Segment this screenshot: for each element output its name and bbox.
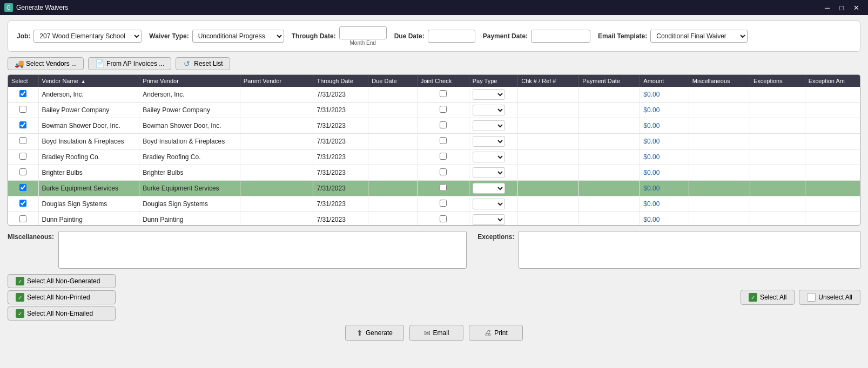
col-amount[interactable]: Amount (640, 75, 689, 87)
miscellaneous-textarea[interactable] (58, 231, 467, 269)
joint-check-cell[interactable] (417, 212, 469, 226)
email-button[interactable]: ✉ Email (409, 325, 463, 341)
row-checkbox[interactable] (19, 121, 26, 128)
col-parent-vendor[interactable]: Parent Vendor (240, 75, 313, 87)
unselect-all-button[interactable]: Unselect All (799, 290, 860, 305)
pay-type-cell[interactable] (469, 212, 517, 226)
col-payment-date[interactable]: Payment Date (579, 75, 640, 87)
joint-check-checkbox[interactable] (440, 215, 447, 222)
prime-vendor-cell: Brighter Bulbs (139, 165, 240, 181)
joint-check-cell[interactable] (417, 196, 469, 212)
exception-am-cell (805, 149, 860, 165)
reset-icon: ↺ (183, 60, 191, 67)
joint-check-checkbox[interactable] (440, 137, 447, 144)
pay-type-select[interactable] (473, 214, 505, 225)
amount-cell: $0.00 (640, 87, 689, 103)
col-miscellaneous[interactable]: Miscellaneous (689, 75, 750, 87)
col-due-date[interactable]: Due Date (368, 75, 417, 87)
joint-check-checkbox[interactable] (440, 200, 447, 207)
col-pay-type[interactable]: Pay Type (469, 75, 517, 87)
col-exception-am[interactable]: Exception Am (805, 75, 860, 87)
table-row: Douglas Sign Systems Douglas Sign System… (8, 196, 860, 212)
row-checkbox[interactable] (19, 153, 26, 160)
joint-check-cell[interactable] (417, 181, 469, 196)
joint-check-cell[interactable] (417, 118, 469, 134)
row-checkbox[interactable] (19, 215, 26, 222)
joint-check-cell[interactable] (417, 134, 469, 149)
row-select-cell[interactable] (8, 196, 38, 212)
row-select-cell[interactable] (8, 149, 38, 165)
col-chk-ref[interactable]: Chk # / Ref # (518, 75, 579, 87)
joint-check-checkbox[interactable] (440, 121, 447, 128)
row-checkbox[interactable] (19, 106, 26, 113)
waiver-type-select[interactable]: Unconditional ProgressConditional Progre… (192, 30, 284, 43)
joint-check-cell[interactable] (417, 165, 469, 181)
maximize-button[interactable]: □ (835, 3, 848, 13)
pay-type-cell[interactable] (469, 118, 517, 134)
pay-type-cell[interactable] (469, 103, 517, 118)
joint-check-cell[interactable] (417, 87, 469, 103)
row-select-cell[interactable] (8, 87, 38, 103)
row-select-cell[interactable] (8, 212, 38, 226)
row-checkbox[interactable] (19, 168, 26, 175)
pay-type-cell[interactable] (469, 196, 517, 212)
select-all-check-icon: ✓ (749, 293, 757, 302)
col-vendor-name[interactable]: Vendor Name ▲ (38, 75, 139, 87)
email-template-select[interactable]: Conditional Final WaiverUnconditional Pr… (650, 30, 748, 43)
row-select-cell[interactable] (8, 118, 38, 134)
select-all-non-emailed-button[interactable]: ✓ Select All Non-Emailed (8, 306, 116, 321)
pay-type-cell[interactable] (469, 134, 517, 149)
pay-type-select[interactable] (473, 167, 505, 178)
vendor-name-cell: Bowman Shower Door, Inc. (38, 118, 139, 134)
row-select-cell[interactable] (8, 103, 38, 118)
row-checkbox[interactable] (19, 90, 26, 97)
chk-ref-cell (518, 165, 579, 181)
close-button[interactable]: ✕ (849, 3, 864, 13)
joint-check-checkbox[interactable] (440, 184, 447, 191)
minimize-button[interactable]: ─ (820, 3, 834, 13)
payment-date-field-group: Payment Date: (483, 30, 590, 43)
row-checkbox[interactable] (19, 184, 26, 191)
payment-date-input[interactable] (531, 30, 590, 43)
row-select-cell[interactable] (8, 134, 38, 149)
pay-type-select[interactable] (473, 183, 505, 194)
joint-check-checkbox[interactable] (440, 90, 447, 97)
row-checkbox[interactable] (19, 137, 26, 144)
col-prime-vendor[interactable]: Prime Vendor (139, 75, 240, 87)
select-all-non-printed-button[interactable]: ✓ Select All Non-Printed (8, 290, 116, 304)
pay-type-cell[interactable] (469, 181, 517, 196)
reset-list-button[interactable]: ↺ Reset List (176, 57, 230, 70)
row-select-cell[interactable] (8, 165, 38, 181)
joint-check-checkbox[interactable] (440, 106, 447, 113)
exceptions-textarea[interactable] (519, 231, 860, 269)
pay-type-cell[interactable] (469, 165, 517, 181)
joint-check-cell[interactable] (417, 103, 469, 118)
row-checkbox[interactable] (19, 200, 26, 207)
joint-check-cell[interactable] (417, 149, 469, 165)
pay-type-select[interactable] (473, 105, 505, 115)
col-joint-check[interactable]: Joint Check (417, 75, 469, 87)
pay-type-select[interactable] (473, 152, 505, 162)
joint-check-checkbox[interactable] (440, 153, 447, 160)
generate-button[interactable]: ⬆ Generate (345, 325, 404, 341)
job-select[interactable]: 207 Wood Elementary School (33, 30, 142, 43)
pay-type-select[interactable] (473, 136, 505, 147)
through-date-input[interactable]: 7/31/2023 (339, 26, 387, 39)
print-button[interactable]: 🖨 Print (469, 325, 523, 341)
select-vendors-button[interactable]: 🚚 Select Vendors ... (8, 57, 84, 70)
pay-type-select[interactable] (473, 120, 505, 131)
vendor-name-cell: Burke Equipment Services (38, 181, 139, 196)
col-exceptions[interactable]: Exceptions (750, 75, 805, 87)
pay-type-select[interactable] (473, 199, 505, 209)
pay-type-select[interactable] (473, 89, 505, 100)
pay-type-cell[interactable] (469, 149, 517, 165)
select-all-non-generated-button[interactable]: ✓ Select All Non-Generated (8, 274, 116, 288)
from-ap-invoices-button[interactable]: 📄 From AP Invoices ... (88, 57, 171, 70)
row-select-cell[interactable] (8, 181, 38, 196)
select-all-button[interactable]: ✓ Select All (741, 290, 795, 305)
joint-check-checkbox[interactable] (440, 168, 447, 175)
through-date-cell: 7/31/2023 (313, 118, 368, 134)
col-through-date[interactable]: Through Date (313, 75, 368, 87)
pay-type-cell[interactable] (469, 87, 517, 103)
due-date-input[interactable] (428, 30, 475, 43)
